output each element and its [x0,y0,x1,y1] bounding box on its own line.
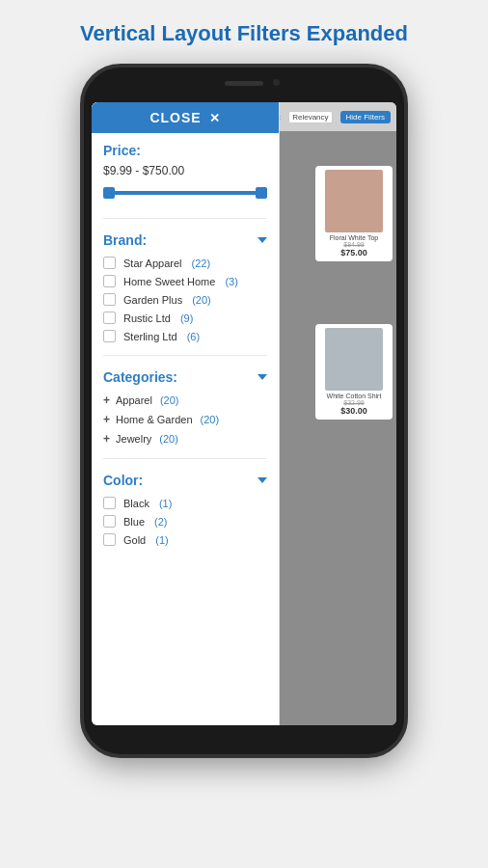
color-count-1: (2) [154,516,167,528]
brand-item-2[interactable]: Garden Plus (20) [103,290,267,309]
product-title-0: Floral White Top [330,234,378,241]
filter-close-bar[interactable]: CLOSE ✕ [92,102,279,133]
category-count-1: (20) [201,414,220,425]
color-item-0[interactable]: Black (1) [103,494,267,512]
color-name-0: Black [123,498,149,509]
hide-filters-button[interactable]: Hide Filters [340,111,391,123]
product-price-0: $75.00 [340,248,367,258]
brand-name-0: Star Apparel [123,258,182,269]
brand-name-4: Sterling Ltd [123,331,177,342]
color-count-0: (1) [159,498,172,509]
product-title-1: White Cotton Shirt [327,393,382,399]
category-item-1[interactable]: + Home & Garden (20) [103,410,267,429]
color-chevron-icon [258,477,267,483]
product-old-price-0: $84.99 [343,241,364,248]
brand-count-1: (3) [225,276,237,287]
phone-volume-up-btn [80,203,82,251]
color-section-header[interactable]: Color: [103,473,267,488]
brand-name-3: Rustic Ltd [123,312,171,324]
close-label: CLOSE [149,110,201,125]
price-range: $9.99 - $750.00 [103,164,267,177]
product-image-1 [325,328,383,391]
category-name-0: Apparel [116,394,152,406]
price-section-title: Price: [103,143,141,158]
color-name-2: Gold [123,534,146,546]
color-name-1: Blue [123,516,145,528]
category-count-2: (20) [159,433,178,445]
brand-item-4[interactable]: Sterling Ltd (6) [103,327,267,345]
brand-section-title: Brand: [103,232,147,248]
brand-checkbox-0[interactable] [103,257,116,269]
brand-item-3[interactable]: Rustic Ltd (9) [103,309,267,327]
filter-panel: CLOSE ✕ Price: $9.99 - $750.00 Bra [92,102,280,725]
divider-1 [103,218,267,219]
divider-2 [103,355,267,356]
brand-checkbox-4[interactable] [103,330,116,342]
brand-count-0: (22) [192,258,211,269]
categories-section-header[interactable]: Categories: [103,369,267,385]
color-section: Color: Black (1) Blue (2) Gold (1) [92,463,279,555]
phone-speaker [225,81,263,86]
brand-checkbox-2[interactable] [103,293,116,306]
categories-section: Categories: + Apparel (20) + Home & Gard… [92,360,279,454]
brand-section-header[interactable]: Brand: [103,232,267,248]
product-old-price-1: $32.99 [343,399,364,406]
slider-thumb-right[interactable] [256,187,267,199]
sort-value: Relevancy [288,111,332,123]
brand-name-2: Garden Plus [123,294,182,306]
color-section-title: Color: [103,473,143,488]
category-count-0: (20) [160,394,179,406]
color-item-2[interactable]: Gold (1) [103,530,267,549]
color-checkbox-2[interactable] [103,533,116,546]
phone-shell: Items per page: 24 Sort: Relevancy Hide … [80,64,408,758]
price-slider[interactable] [103,185,267,201]
brand-item-1[interactable]: Home Sweet Home (3) [103,272,267,290]
category-item-2[interactable]: + Jewelry (20) [103,429,267,448]
phone-camera [273,79,280,86]
color-checkbox-0[interactable] [103,497,116,509]
phone-volume-down-btn [80,260,82,309]
product-image-0 [325,170,383,232]
brand-checkbox-1[interactable] [103,275,116,287]
color-checkbox-1[interactable] [103,515,116,528]
page-title: Vertical Layout Filters Expanded [0,0,488,64]
color-item-1[interactable]: Blue (2) [103,512,267,530]
brand-section: Brand: Star Apparel (22) Home Sweet Home… [92,223,279,351]
category-plus-icon-1: + [103,413,110,426]
brand-name-1: Home Sweet Home [123,276,215,287]
category-plus-icon-2: + [103,432,110,446]
close-icon: ✕ [209,111,221,125]
brand-count-4: (6) [187,331,200,342]
price-section: Price: $9.99 - $750.00 [92,133,279,214]
brand-count-2: (20) [192,294,211,306]
product-card-1: White Cotton Shirt $32.99 $30.00 [315,324,393,420]
price-section-header: Price: [103,143,267,158]
categories-chevron-icon [258,374,267,380]
slider-thumb-left[interactable] [103,187,115,199]
brand-chevron-icon [258,237,267,243]
product-card-0: Floral White Top $84.99 $75.00 [315,166,393,261]
color-count-2: (1) [155,534,168,546]
categories-section-title: Categories: [103,369,177,385]
divider-3 [103,458,267,459]
category-plus-icon-0: + [103,393,110,407]
category-name-2: Jewelry [116,433,151,445]
category-name-1: Home & Garden [116,414,192,425]
brand-checkbox-3[interactable] [103,312,116,324]
brand-item-0[interactable]: Star Apparel (22) [103,254,267,272]
phone-screen: Items per page: 24 Sort: Relevancy Hide … [92,102,396,725]
brand-count-3: (9) [180,312,193,324]
slider-track [103,191,267,195]
product-price-1: $30.00 [340,406,367,416]
phone-power-btn [406,231,408,299]
category-item-0[interactable]: + Apparel (20) [103,391,267,410]
